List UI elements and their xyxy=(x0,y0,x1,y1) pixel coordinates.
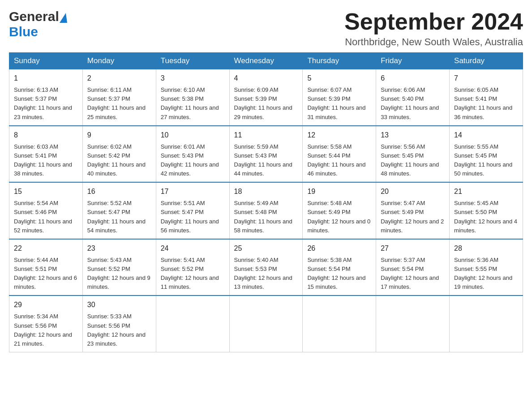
table-row xyxy=(156,295,229,352)
table-row: 22Sunrise: 5:44 AMSunset: 5:51 PMDayligh… xyxy=(9,239,83,296)
day-number: 21 xyxy=(454,186,518,197)
day-number: 24 xyxy=(161,243,225,254)
col-tuesday: Tuesday xyxy=(156,53,229,69)
day-info: Sunrise: 5:59 AMSunset: 5:43 PMDaylight:… xyxy=(234,142,298,179)
table-row: 23Sunrise: 5:43 AMSunset: 5:52 PMDayligh… xyxy=(82,239,156,296)
day-info: Sunrise: 5:43 AMSunset: 5:52 PMDaylight:… xyxy=(87,256,151,292)
day-number: 1 xyxy=(14,73,78,84)
day-number: 25 xyxy=(234,243,298,254)
day-info: Sunrise: 5:36 AMSunset: 5:55 PMDaylight:… xyxy=(454,256,518,292)
table-row: 11Sunrise: 5:59 AMSunset: 5:43 PMDayligh… xyxy=(229,126,303,183)
day-number: 22 xyxy=(14,243,78,254)
day-number: 30 xyxy=(87,300,151,310)
day-info: Sunrise: 6:11 AMSunset: 5:37 PMDaylight:… xyxy=(87,86,151,122)
day-info: Sunrise: 5:47 AMSunset: 5:49 PMDaylight:… xyxy=(381,199,445,235)
col-monday: Monday xyxy=(82,53,156,69)
col-thursday: Thursday xyxy=(303,53,376,69)
week-row-1: 8Sunrise: 6:03 AMSunset: 5:41 PMDaylight… xyxy=(9,126,523,183)
table-row: 28Sunrise: 5:36 AMSunset: 5:55 PMDayligh… xyxy=(450,239,523,296)
table-row: 12Sunrise: 5:58 AMSunset: 5:44 PMDayligh… xyxy=(303,126,376,183)
day-number: 6 xyxy=(381,73,445,84)
table-row: 6Sunrise: 6:06 AMSunset: 5:40 PMDaylight… xyxy=(376,69,450,126)
day-number: 29 xyxy=(14,300,78,310)
logo-triangle-icon xyxy=(60,13,67,23)
col-sunday: Sunday xyxy=(9,53,83,69)
day-info: Sunrise: 5:44 AMSunset: 5:51 PMDaylight:… xyxy=(14,256,78,292)
table-row: 7Sunrise: 6:05 AMSunset: 5:41 PMDaylight… xyxy=(450,69,523,126)
day-number: 15 xyxy=(14,186,78,197)
day-number: 2 xyxy=(87,73,151,84)
table-row: 21Sunrise: 5:45 AMSunset: 5:50 PMDayligh… xyxy=(450,182,523,239)
week-row-4: 29Sunrise: 5:34 AMSunset: 5:56 PMDayligh… xyxy=(9,295,523,352)
day-info: Sunrise: 5:34 AMSunset: 5:56 PMDaylight:… xyxy=(14,312,78,348)
day-info: Sunrise: 6:03 AMSunset: 5:41 PMDaylight:… xyxy=(14,142,78,179)
location-title: Northbridge, New South Wales, Australia xyxy=(344,36,523,48)
table-row: 8Sunrise: 6:03 AMSunset: 5:41 PMDaylight… xyxy=(9,126,83,183)
table-row xyxy=(303,295,376,352)
header-row: Sunday Monday Tuesday Wednesday Thursday… xyxy=(9,53,523,69)
day-info: Sunrise: 5:49 AMSunset: 5:48 PMDaylight:… xyxy=(234,199,298,235)
table-row: 24Sunrise: 5:41 AMSunset: 5:52 PMDayligh… xyxy=(156,239,229,296)
table-row: 2Sunrise: 6:11 AMSunset: 5:37 PMDaylight… xyxy=(82,69,156,126)
day-number: 3 xyxy=(161,73,225,84)
day-number: 28 xyxy=(454,243,518,254)
table-row: 4Sunrise: 6:09 AMSunset: 5:39 PMDaylight… xyxy=(229,69,303,126)
day-info: Sunrise: 5:52 AMSunset: 5:47 PMDaylight:… xyxy=(87,199,151,235)
table-row: 9Sunrise: 6:02 AMSunset: 5:42 PMDaylight… xyxy=(82,126,156,183)
day-info: Sunrise: 5:45 AMSunset: 5:50 PMDaylight:… xyxy=(454,199,518,235)
table-row: 26Sunrise: 5:38 AMSunset: 5:54 PMDayligh… xyxy=(303,239,376,296)
day-info: Sunrise: 6:13 AMSunset: 5:37 PMDaylight:… xyxy=(14,86,78,122)
day-info: Sunrise: 5:38 AMSunset: 5:54 PMDaylight:… xyxy=(307,256,371,292)
day-info: Sunrise: 5:41 AMSunset: 5:52 PMDaylight:… xyxy=(161,256,225,292)
day-info: Sunrise: 5:48 AMSunset: 5:49 PMDaylight:… xyxy=(307,199,371,235)
day-info: Sunrise: 6:06 AMSunset: 5:40 PMDaylight:… xyxy=(381,86,445,122)
page-container: General Blue September 2024 Northbridge,… xyxy=(9,9,523,352)
table-row: 16Sunrise: 5:52 AMSunset: 5:47 PMDayligh… xyxy=(82,182,156,239)
day-info: Sunrise: 5:51 AMSunset: 5:47 PMDaylight:… xyxy=(161,199,225,235)
logo-blue-text: Blue xyxy=(9,24,38,39)
logo: General Blue xyxy=(9,9,67,39)
day-number: 9 xyxy=(87,130,151,141)
day-info: Sunrise: 6:05 AMSunset: 5:41 PMDaylight:… xyxy=(454,86,518,122)
week-row-2: 15Sunrise: 5:54 AMSunset: 5:46 PMDayligh… xyxy=(9,182,523,239)
table-row: 20Sunrise: 5:47 AMSunset: 5:49 PMDayligh… xyxy=(376,182,450,239)
day-info: Sunrise: 5:56 AMSunset: 5:45 PMDaylight:… xyxy=(381,142,445,179)
day-info: Sunrise: 6:02 AMSunset: 5:42 PMDaylight:… xyxy=(87,142,151,179)
header: General Blue September 2024 Northbridge,… xyxy=(9,9,523,48)
month-title: September 2024 xyxy=(344,9,523,34)
table-row: 13Sunrise: 5:56 AMSunset: 5:45 PMDayligh… xyxy=(376,126,450,183)
day-number: 18 xyxy=(234,186,298,197)
day-info: Sunrise: 6:07 AMSunset: 5:39 PMDaylight:… xyxy=(307,86,371,122)
day-number: 17 xyxy=(161,186,225,197)
logo-general-text: General xyxy=(9,9,59,24)
table-row: 10Sunrise: 6:01 AMSunset: 5:43 PMDayligh… xyxy=(156,126,229,183)
day-info: Sunrise: 5:54 AMSunset: 5:46 PMDaylight:… xyxy=(14,199,78,235)
day-number: 19 xyxy=(307,186,371,197)
day-number: 13 xyxy=(381,130,445,141)
table-row xyxy=(229,295,303,352)
table-row: 19Sunrise: 5:48 AMSunset: 5:49 PMDayligh… xyxy=(303,182,376,239)
table-row: 14Sunrise: 5:55 AMSunset: 5:45 PMDayligh… xyxy=(450,126,523,183)
col-friday: Friday xyxy=(376,53,450,69)
day-number: 5 xyxy=(307,73,371,84)
table-row: 25Sunrise: 5:40 AMSunset: 5:53 PMDayligh… xyxy=(229,239,303,296)
calendar-table: Sunday Monday Tuesday Wednesday Thursday… xyxy=(9,52,523,352)
day-info: Sunrise: 5:33 AMSunset: 5:56 PMDaylight:… xyxy=(87,312,151,348)
col-wednesday: Wednesday xyxy=(229,53,303,69)
day-info: Sunrise: 6:01 AMSunset: 5:43 PMDaylight:… xyxy=(161,142,225,179)
table-row: 1Sunrise: 6:13 AMSunset: 5:37 PMDaylight… xyxy=(9,69,83,126)
day-info: Sunrise: 6:09 AMSunset: 5:39 PMDaylight:… xyxy=(234,86,298,122)
day-number: 10 xyxy=(161,130,225,141)
title-block: September 2024 Northbridge, New South Wa… xyxy=(344,9,523,48)
week-row-3: 22Sunrise: 5:44 AMSunset: 5:51 PMDayligh… xyxy=(9,239,523,296)
day-number: 20 xyxy=(381,186,445,197)
table-row: 30Sunrise: 5:33 AMSunset: 5:56 PMDayligh… xyxy=(82,295,156,352)
day-number: 8 xyxy=(14,130,78,141)
day-info: Sunrise: 5:40 AMSunset: 5:53 PMDaylight:… xyxy=(234,256,298,292)
day-number: 14 xyxy=(454,130,518,141)
table-row: 18Sunrise: 5:49 AMSunset: 5:48 PMDayligh… xyxy=(229,182,303,239)
table-row: 3Sunrise: 6:10 AMSunset: 5:38 PMDaylight… xyxy=(156,69,229,126)
table-row: 17Sunrise: 5:51 AMSunset: 5:47 PMDayligh… xyxy=(156,182,229,239)
day-number: 26 xyxy=(307,243,371,254)
table-row xyxy=(376,295,450,352)
